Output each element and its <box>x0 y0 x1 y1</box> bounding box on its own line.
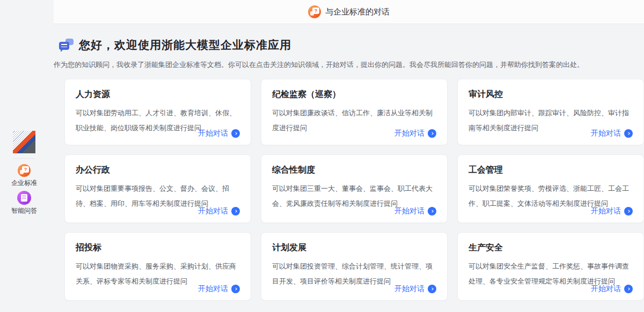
card-title: 纪检监察（巡察） <box>272 89 436 100</box>
start-chat-label: 开始对话 <box>591 284 621 294</box>
card-title: 生产安全 <box>469 242 633 254</box>
knowledge-card-grid: 人力资源 可以对集团劳动用工、人才引进、教育培训、休假、职业技能、岗位职级等相关… <box>64 79 644 301</box>
card-title: 审计风控 <box>469 89 633 100</box>
welcome-title: 您好，欢迎使用浙能大模型企业标准应用 <box>79 38 291 53</box>
start-chat-link[interactable]: 开始对话 <box>198 206 240 216</box>
start-chat-link[interactable]: 开始对话 <box>591 206 633 216</box>
sidebar-item-label: 企业标准 <box>11 179 37 188</box>
chat-question-icon <box>308 5 321 18</box>
start-chat-link[interactable]: 开始对话 <box>394 129 436 138</box>
start-chat-link[interactable]: 开始对话 <box>591 129 633 138</box>
chat-bubbles-icon <box>59 39 74 51</box>
card-discipline-inspection[interactable]: 纪检监察（巡察） 可以对集团廉政谈话、信访工作、廉洁从业等相关制度进行提问 开始… <box>261 79 448 145</box>
card-title: 人力资源 <box>76 89 240 100</box>
card-comprehensive-system[interactable]: 综合性制度 可以对集团三重一大、董事会、监事会、职工代表大会、党风廉政责任制等相… <box>261 154 448 223</box>
card-title: 综合性制度 <box>272 165 436 176</box>
page-title: 与企业标准的对话 <box>325 7 390 17</box>
card-union-management[interactable]: 工会管理 可以对集团荣誉奖项、劳模评选、浙能工匠、工会工作、职工提案、文体活动等… <box>457 154 644 223</box>
arrow-right-icon <box>428 285 436 293</box>
welcome-subtitle: 作为您的知识顾问，我收录了浙能集团企业标准等文档。你可以在点击关注的知识领域，开… <box>54 60 633 70</box>
card-title: 工会管理 <box>469 165 633 176</box>
side-nav: 企业标准 智能问答 <box>0 131 48 216</box>
card-office-admin[interactable]: 办公行政 可以对集团重要事项报告、公文、督办、会议、招待、档案、用印、用车等相关… <box>64 154 251 223</box>
start-chat-label: 开始对话 <box>394 284 425 294</box>
card-title: 招投标 <box>76 242 240 254</box>
card-audit-risk[interactable]: 审计风控 可以对集团内部审计、跟踪审计、风险防控、审计指南等相关制度进行提问 开… <box>457 79 644 145</box>
card-human-resources[interactable]: 人力资源 可以对集团劳动用工、人才引进、教育培训、休假、职业技能、岗位职级等相关… <box>64 79 251 145</box>
sidebar-item-label: 智能问答 <box>11 206 37 216</box>
start-chat-label: 开始对话 <box>198 206 228 216</box>
arrow-right-icon <box>624 207 633 216</box>
arrow-right-icon <box>624 129 633 138</box>
start-chat-link[interactable]: 开始对话 <box>198 284 240 294</box>
arrow-right-icon <box>428 207 436 216</box>
smart-qa-icon <box>17 191 31 205</box>
arrow-right-icon <box>231 285 240 293</box>
card-title: 计划发展 <box>272 242 436 254</box>
arrow-right-icon <box>428 129 436 138</box>
zheneng-logo[interactable] <box>13 131 35 153</box>
start-chat-label: 开始对话 <box>198 284 228 294</box>
start-chat-label: 开始对话 <box>591 129 621 138</box>
arrow-right-icon <box>231 207 240 216</box>
welcome-section: 您好，欢迎使用浙能大模型企业标准应用 作为您的知识顾问，我收录了浙能集团企业标准… <box>54 38 633 70</box>
start-chat-label: 开始对话 <box>394 206 425 216</box>
top-header: 与企业标准的对话 <box>54 0 644 24</box>
start-chat-label: 开始对话 <box>394 129 425 138</box>
start-chat-label: 开始对话 <box>591 206 621 216</box>
start-chat-link[interactable]: 开始对话 <box>591 284 633 294</box>
enterprise-standard-icon <box>18 164 31 177</box>
start-chat-label: 开始对话 <box>198 129 228 138</box>
divider <box>13 158 35 159</box>
card-planning-development[interactable]: 计划发展 可以对集团投资管理、综合计划管理、统计管理、项目开发、项目评价等相关制… <box>261 232 448 301</box>
start-chat-link[interactable]: 开始对话 <box>394 206 436 216</box>
arrow-right-icon <box>624 285 633 293</box>
sidebar-item-enterprise-standard[interactable]: 企业标准 <box>11 164 37 188</box>
arrow-right-icon <box>231 129 240 138</box>
start-chat-link[interactable]: 开始对话 <box>198 129 240 138</box>
card-production-safety[interactable]: 生产安全 可以对集团安全生产监督、工作奖惩、事故事件调查处理、各专业安全管理规定… <box>457 232 644 301</box>
card-title: 办公行政 <box>76 165 240 176</box>
card-bidding[interactable]: 招投标 可以对集团物资采购、服务采购、采购计划、供应商关系、评标专家等相关制度进… <box>64 232 251 301</box>
start-chat-link[interactable]: 开始对话 <box>394 284 436 294</box>
sidebar-item-smart-qa[interactable]: 智能问答 <box>11 191 37 216</box>
